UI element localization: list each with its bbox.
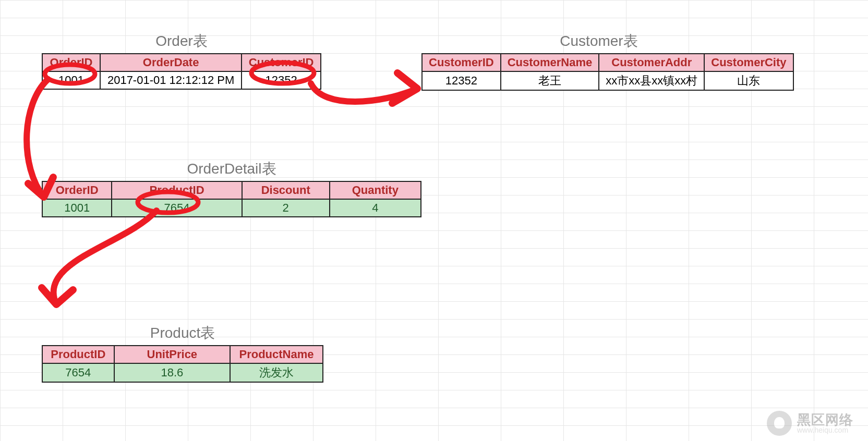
customer-table: CustomerID CustomerName CustomerAddr Cus… xyxy=(421,53,794,91)
customer-table-title: Customer表 xyxy=(421,31,776,51)
product-table: ProductID UnitPrice ProductName 7654 18.… xyxy=(42,345,323,383)
customer-header-addr: CustomerAddr xyxy=(599,54,704,71)
od-header-productid: ProductID xyxy=(112,181,242,199)
od-header-orderid: OrderID xyxy=(42,181,112,199)
product-cell-productname: 洗发水 xyxy=(230,363,323,382)
product-cell-unitprice: 18.6 xyxy=(114,363,230,382)
arrow-order-to-customer-icon xyxy=(311,83,417,102)
customer-row: 12352 老王 xx市xx县xx镇xx村 山东 xyxy=(422,71,793,90)
order-cell-orderid: 1001 xyxy=(42,71,100,89)
od-row: 1001 7654 2 4 xyxy=(42,199,421,217)
od-cell-productid: 7654 xyxy=(112,199,242,217)
product-header-productname: ProductName xyxy=(230,346,323,363)
watermark: 黑区网络 www.heiqu.com xyxy=(767,411,853,436)
orderdetail-table-block: OrderDetail表 OrderID ProductID Discount … xyxy=(42,159,421,217)
orderdetail-table: OrderID ProductID Discount Quantity 1001… xyxy=(42,181,421,217)
customer-header-name: CustomerName xyxy=(501,54,599,71)
order-header-orderid: OrderID xyxy=(42,54,100,71)
order-cell-orderdate: 2017-01-01 12:12:12 PM xyxy=(100,71,242,89)
product-table-block: Product表 ProductID UnitPrice ProductName… xyxy=(42,323,323,383)
arrow-orderdetail-to-product-head-icon xyxy=(42,288,73,304)
od-cell-orderid: 1001 xyxy=(42,199,112,217)
customer-table-block: Customer表 CustomerID CustomerName Custom… xyxy=(421,31,776,91)
arrow-order-to-customer-head-icon xyxy=(392,73,417,103)
order-cell-customerid: 12352 xyxy=(242,71,321,89)
customer-header-city: CustomerCity xyxy=(704,54,793,71)
order-header-customerid: CustomerID xyxy=(242,54,321,71)
customer-cell-name: 老王 xyxy=(501,71,599,90)
watermark-logo-icon xyxy=(767,411,792,436)
order-header-orderdate: OrderDate xyxy=(100,54,242,71)
order-table-title: Order表 xyxy=(42,31,321,51)
od-cell-discount: 2 xyxy=(242,199,330,217)
od-header-quantity: Quantity xyxy=(330,181,421,199)
order-row: 1001 2017-01-01 12:12:12 PM 12352 xyxy=(42,71,321,89)
order-table: OrderID OrderDate CustomerID 1001 2017-0… xyxy=(42,53,321,90)
watermark-sub-text: www.heiqu.com xyxy=(797,426,853,434)
orderdetail-table-title: OrderDetail表 xyxy=(42,159,421,179)
customer-cell-addr: xx市xx县xx镇xx村 xyxy=(599,71,704,90)
product-header-unitprice: UnitPrice xyxy=(114,346,230,363)
product-row: 7654 18.6 洗发水 xyxy=(42,363,323,382)
product-table-title: Product表 xyxy=(42,323,323,343)
order-table-block: Order表 OrderID OrderDate CustomerID 1001… xyxy=(42,31,321,90)
arrow-orderdetail-to-product-icon xyxy=(54,211,156,304)
watermark-main-text: 黑区网络 xyxy=(797,413,853,426)
od-cell-quantity: 4 xyxy=(330,199,421,217)
product-cell-productid: 7654 xyxy=(42,363,114,382)
product-header-productid: ProductID xyxy=(42,346,114,363)
customer-cell-id: 12352 xyxy=(422,71,501,90)
customer-cell-city: 山东 xyxy=(704,71,793,90)
od-header-discount: Discount xyxy=(242,181,330,199)
customer-header-id: CustomerID xyxy=(422,54,501,71)
